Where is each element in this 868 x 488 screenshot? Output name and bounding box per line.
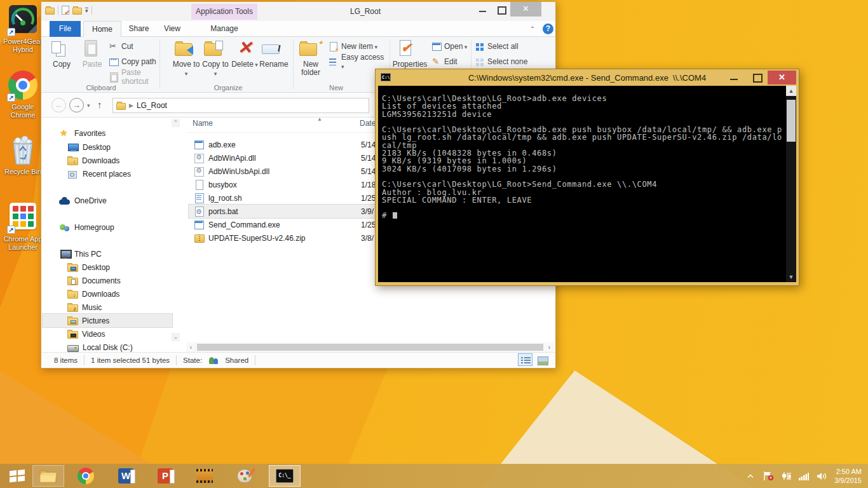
delete-button[interactable]: ✕ Delete: [229, 39, 260, 69]
start-button[interactable]: [1, 465, 33, 487]
desktop-icon-app-launcher[interactable]: ↗ Chrome App Launcher: [1, 201, 45, 252]
tray-chevron-icon[interactable]: [745, 471, 756, 480]
copy-to-button[interactable]: Copy to: [200, 39, 231, 78]
nav-onedrive[interactable]: OneDrive: [59, 194, 107, 207]
open-button[interactable]: Open: [431, 41, 467, 52]
maximize-button[interactable]: [492, 2, 509, 17]
desktop-icon-chrome[interactable]: ↗ Google Chrome: [1, 70, 45, 119]
select-none-button[interactable]: Select none: [475, 56, 527, 67]
scroll-left-icon[interactable]: ‹: [186, 344, 196, 351]
nav-pc-documents[interactable]: Documents: [67, 274, 121, 287]
nav-pc-music[interactable]: ♪ Music: [67, 301, 102, 314]
new-folder-qat-icon[interactable]: [72, 8, 82, 15]
details-view-button[interactable]: [518, 353, 532, 366]
nav-scroll-up-icon[interactable]: ⌃: [172, 119, 180, 127]
recycle-bin-icon: [9, 135, 37, 166]
videos-folder-icon: [67, 331, 78, 339]
file-explorer-icon: [39, 469, 57, 483]
scrollbar-thumb[interactable]: [787, 100, 796, 142]
nav-favorites[interactable]: Favorites: [59, 126, 105, 140]
nav-favorites-downloads[interactable]: ↓ Downloads: [67, 154, 119, 167]
taskbar-movie-maker[interactable]: [189, 465, 220, 487]
console-line: ush lg_root.sh /data/local/tmp && adb.ex…: [382, 133, 785, 141]
easy-access-button[interactable]: Easy access: [329, 56, 388, 67]
taskbar-word[interactable]: W: [110, 465, 142, 487]
taskbar-chrome[interactable]: [70, 465, 102, 487]
close-button[interactable]: ✕: [510, 2, 541, 17]
cut-button[interactable]: Cut: [109, 41, 133, 52]
taskbar-paint[interactable]: [229, 465, 261, 487]
nav-this-pc[interactable]: This PC: [59, 247, 102, 261]
minimize-button[interactable]: [725, 71, 743, 85]
desktop-icon-recycle-bin[interactable]: Recycle Bin: [1, 135, 45, 176]
action-center-flag-icon[interactable]: [763, 471, 773, 480]
nav-favorites-recent-places[interactable]: Recent places: [67, 167, 131, 180]
nav-scroll-down-icon[interactable]: ⌄: [172, 333, 180, 341]
console-output[interactable]: C:\Users\carl\Desktop\LG_Root>adb.exe de…: [378, 86, 796, 282]
copy-path-button[interactable]: Copy path: [109, 56, 156, 67]
contextual-tab-application-tools[interactable]: Application Tools: [191, 4, 257, 20]
close-button[interactable]: ✕: [768, 71, 796, 85]
breadcrumb[interactable]: LG_Root: [137, 101, 167, 110]
console-scrollbar[interactable]: ▲ ▼: [786, 86, 796, 282]
paste-button[interactable]: Paste: [77, 39, 107, 69]
tab-file[interactable]: File: [50, 21, 81, 37]
tab-manage[interactable]: Manage: [191, 21, 257, 37]
copy-button[interactable]: Copy: [46, 39, 77, 69]
nav-pc-downloads[interactable]: ↓ Downloads: [67, 287, 119, 301]
minimize-button[interactable]: [475, 2, 491, 17]
nav-pc-videos[interactable]: Videos: [67, 327, 105, 341]
homegroup-icon: [59, 222, 71, 233]
tab-share[interactable]: Share: [121, 21, 156, 37]
select-all-button[interactable]: Select all: [475, 41, 519, 52]
taskbar-file-explorer[interactable]: [32, 465, 64, 487]
new-item-button[interactable]: New item: [329, 41, 377, 52]
network-signal-icon[interactable]: [799, 471, 809, 480]
taskbar-cmd[interactable]: C:\_: [269, 465, 301, 487]
explorer-title-bar[interactable]: Application Tools LG_Root ✕: [41, 2, 555, 21]
taskbar-clock[interactable]: 2:50 AM 3/9/2015: [834, 467, 862, 485]
zip-file-icon: [194, 233, 204, 243]
scrollbar-thumb[interactable]: [197, 344, 543, 351]
taskbar-powerpoint[interactable]: P: [149, 465, 181, 487]
word-icon: W: [118, 468, 133, 484]
console-line: List of devices attached: [382, 102, 785, 110]
paint-icon: [237, 469, 252, 483]
tab-view[interactable]: View: [156, 21, 188, 37]
help-button[interactable]: ?: [543, 24, 553, 34]
maximize-button[interactable]: [748, 71, 766, 85]
edit-button[interactable]: Edit: [431, 56, 458, 67]
nav-pc-pictures[interactable]: Pictures: [43, 314, 172, 327]
address-bar[interactable]: ▶ LG_Root: [112, 98, 369, 113]
nav-pc-desktop[interactable]: Desktop: [67, 261, 110, 274]
up-button[interactable]: ↑: [97, 99, 102, 110]
thumbnail-view-button[interactable]: [534, 353, 549, 366]
column-header-name[interactable]: Name: [193, 119, 213, 128]
move-to-button[interactable]: Move to: [171, 39, 201, 78]
recent-locations-chevron-icon[interactable]: ▾: [87, 102, 90, 109]
customize-qat-chevron-icon[interactable]: [85, 8, 88, 13]
nav-homegroup[interactable]: Homegroup: [59, 220, 114, 234]
nav-favorites-desktop[interactable]: Desktop: [67, 140, 111, 154]
new-folder-icon: [299, 43, 317, 56]
cmd-title-bar[interactable]: C:\Windows\system32\cmd.exe - Send_Comma…: [376, 69, 799, 86]
plain-file-icon: [194, 180, 204, 189]
new-folder-button[interactable]: ✦ New folder: [295, 39, 326, 77]
power-icon[interactable]: [781, 471, 791, 480]
scroll-down-icon[interactable]: ▼: [786, 272, 796, 282]
desktop-folder-icon: [67, 264, 78, 272]
properties-button[interactable]: ✔ Properties: [392, 39, 428, 69]
scroll-right-icon[interactable]: ›: [545, 344, 554, 351]
back-button[interactable]: ←: [51, 98, 66, 112]
scroll-up-icon[interactable]: ▲: [786, 86, 796, 96]
desktop-icon-power4gear[interactable]: ↗ Power4Gear Hybrid: [1, 4, 45, 54]
horizontal-scrollbar[interactable]: ‹ ›: [186, 342, 554, 352]
minimize-ribbon-chevron-icon[interactable]: ⌃: [527, 24, 538, 34]
column-header-date[interactable]: Date: [360, 119, 376, 128]
properties-qat-icon[interactable]: [62, 6, 69, 15]
tab-home[interactable]: Home: [83, 21, 121, 37]
paste-shortcut-button[interactable]: Paste shortcut: [109, 71, 157, 83]
forward-button[interactable]: →: [69, 98, 84, 112]
rename-button[interactable]: I Rename: [259, 39, 289, 69]
volume-icon[interactable]: [817, 471, 827, 480]
